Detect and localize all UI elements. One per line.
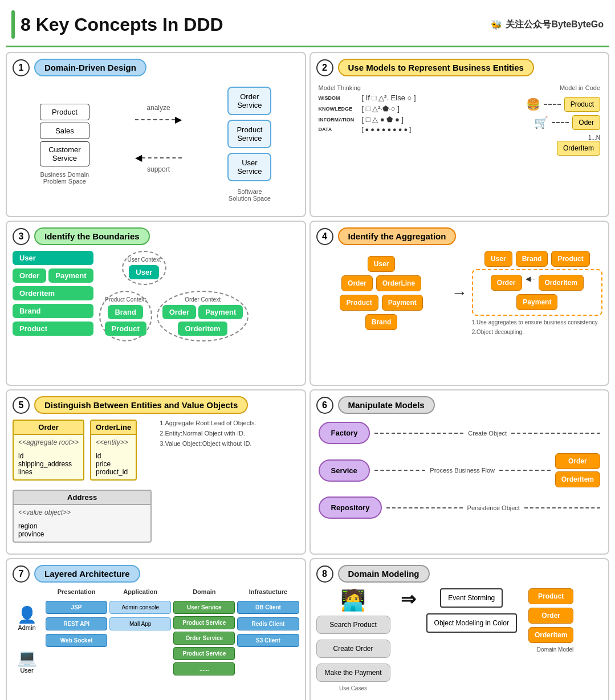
orderline-agg-left: OrderLine [376, 275, 421, 291]
panel-6-number: 6 [316, 397, 333, 414]
p4-left: User Order OrderLine Product Payment Bra… [316, 256, 447, 330]
brand-agg-right: Brand [516, 251, 548, 267]
panel-2-title: Use Models to Represent Business Entitie… [338, 59, 534, 76]
panel-8-number: 8 [316, 565, 333, 583]
product-model-box: Product [564, 97, 600, 112]
user-context: User Context User [122, 251, 166, 285]
payment-agg-left: Payment [382, 295, 423, 311]
service-row: Service Process Business Flow Order Orde… [319, 453, 601, 487]
address-uml-box: Address <<value object>> regionprovince [13, 490, 152, 543]
product-agg-left: Product [340, 295, 378, 311]
main-container: 8 Key Concepts In DDD 🐝 关注公众号ByteByteGo … [0, 0, 615, 700]
p3-contexts: User Context User Product Context Brand … [99, 251, 299, 341]
orderitem-row: 1...N OrderItem [557, 135, 600, 156]
panel-5-header: 5 Distinguish Between Entities and Value… [13, 396, 299, 414]
object-modeling-box: Object Modeling in Color [426, 613, 517, 633]
brand-logo: 🐝 关注公众号ByteByteGo [491, 19, 604, 31]
factory-row: Factory Create Object [319, 422, 601, 444]
factory-label: Create Object [468, 430, 507, 437]
db-client-box: DB Client [237, 601, 299, 614]
order-domain-box: Order [528, 608, 573, 624]
p8-use-cases: Search Product Create Order Make the Pay… [316, 616, 390, 682]
panel-3-header: 3 Identify the Boundaries [13, 227, 299, 245]
p2-model-code: Model in Code 🍔 Product 🛒 Oder 1...N Ord… [462, 84, 600, 156]
more-services: ...... [173, 662, 235, 675]
redis-client-box: Redis Client [237, 617, 299, 630]
panel-2-header: 2 Use Models to Represent Business Entit… [316, 59, 603, 76]
panel-5-number: 5 [13, 397, 30, 414]
panel-7-content: 👤 Admin 💻 User Presentation Application … [13, 588, 299, 675]
create-order-box: Create Order [316, 640, 390, 658]
order-uml-box: Order <<aggregate root>> idshipping_addr… [13, 420, 84, 481]
p1-left-boxes: Product Sales CustomerService Business D… [40, 104, 89, 185]
p8-model-items: Product Order OrderItem Domain Model [528, 588, 573, 653]
analyze-arrow: analyze ▶ [135, 104, 182, 125]
p1-arrows-col: analyze ▶ ◀ support [135, 104, 182, 173]
user-agg-right: User [484, 251, 512, 267]
admin-actor: 👤 Admin [17, 605, 37, 631]
service-targets: Order OrderItem [555, 453, 600, 487]
order-agg-right: Order [491, 275, 522, 291]
p5-notes: 1.Aggregate Root:Lead of Objects. 2.Enti… [160, 420, 299, 543]
user-service-box: UserService [227, 153, 271, 181]
orderline-uml-header: OrderLine [91, 421, 136, 435]
order-service-layer: Order Service [173, 632, 235, 645]
domain-header: Domain [173, 588, 235, 595]
payment-agg-right: Payment [516, 294, 557, 310]
orderitem-model-box: OrderItem [557, 141, 600, 156]
model-thinking-label: Model Thinking [319, 84, 457, 91]
order-service-box: OrderService [227, 87, 271, 115]
panel-7-header: 7 Layered Architecture [13, 565, 299, 583]
header-title: 8 Key Concepts In DDD [21, 14, 223, 35]
order-context: Order Context Order Payment Orderitem [157, 291, 249, 341]
support-arrow: ◀ support [135, 152, 182, 173]
order-uml: Order <<aggregate root>> idshipping_addr… [13, 420, 84, 485]
panel-7: 7 Layered Architecture 👤 Admin 💻 User [6, 558, 306, 700]
logo-icon: 🐝 [491, 19, 502, 30]
panel-2-number: 2 [316, 59, 333, 76]
header-bar [11, 10, 15, 39]
knowledge-row: KNOWLEDGE [ □ △²·⬟·○ ] [319, 104, 457, 113]
order-entity: Order [13, 268, 46, 283]
product-agg-right: Product [551, 251, 589, 267]
layer-columns: Presentation Application Domain Infrastu… [46, 588, 299, 675]
panel-8-title: Domain Modeling [338, 565, 430, 583]
panel-5-title: Distinguish Between Entities and Value O… [34, 396, 248, 414]
panel-1-content: Product Sales CustomerService Business D… [13, 82, 299, 206]
actor-icon: 🧑‍💻 [340, 588, 366, 612]
infrastructure-header: Infrastucture [237, 588, 299, 595]
user-actor: 💻 User [17, 648, 37, 674]
p1-right-boxes: OrderService ProductService UserService … [227, 87, 271, 202]
panel-1-header: 1 Domain-Driven Design [13, 59, 299, 76]
web-socket-box: Web Socket [46, 634, 107, 647]
order-icon: 🛒 [534, 116, 548, 129]
user-entity: User [13, 251, 93, 265]
user-agg-left: User [368, 256, 396, 272]
rest-api-box: REST API [46, 617, 107, 630]
agg-note1: 1.Use aggregates to ensure business cons… [472, 319, 602, 325]
p2-model-thinking: Model Thinking WISDOM [ If □ △². Else ○ … [319, 84, 457, 156]
panel-8-content: 🧑‍💻 Search Product Create Order Make the… [316, 588, 603, 691]
infra-col: DB Client Redis Client S3 Client [237, 601, 299, 647]
context-bottom-row: Product Context Brand Product Order Cont… [99, 291, 299, 341]
orderline-uml-box: OrderLine <<entity>> idpriceproduct_id [90, 420, 137, 481]
admin-icon: 👤 [17, 605, 37, 624]
panel-5-content: Order <<aggregate root>> idshipping_addr… [13, 420, 299, 543]
orderline-uml-fields: idpriceproduct_id [91, 450, 136, 479]
product-service-layer2: Product Service [173, 647, 235, 660]
panel-2-content: Model Thinking WISDOM [ If □ △². Else ○ … [316, 82, 603, 158]
panel-8-header: 8 Domain Modeling [316, 565, 603, 583]
order-payment-row: Order Payment [13, 268, 93, 283]
presentation-col: JSP REST API Web Socket [46, 601, 107, 647]
application-col: Admin console Mall App [109, 601, 171, 630]
header: 8 Key Concepts In DDD 🐝 关注公众号ByteByteGo [6, 6, 609, 47]
panel-4: 4 Identify the Aggregation User Order Or… [309, 221, 610, 386]
orderline-uml-stereotype: <<entity>> [91, 435, 136, 450]
product-context-item: Product [105, 321, 146, 336]
product-service-box: ProductService [227, 120, 271, 148]
service-box: Service [319, 459, 370, 482]
p8-steps: Event Storming Object Modeling in Color [426, 588, 517, 633]
right-label: SoftwareSolution Space [227, 188, 271, 202]
user-label: User [20, 667, 33, 674]
order-manipulate: Order [555, 453, 600, 469]
